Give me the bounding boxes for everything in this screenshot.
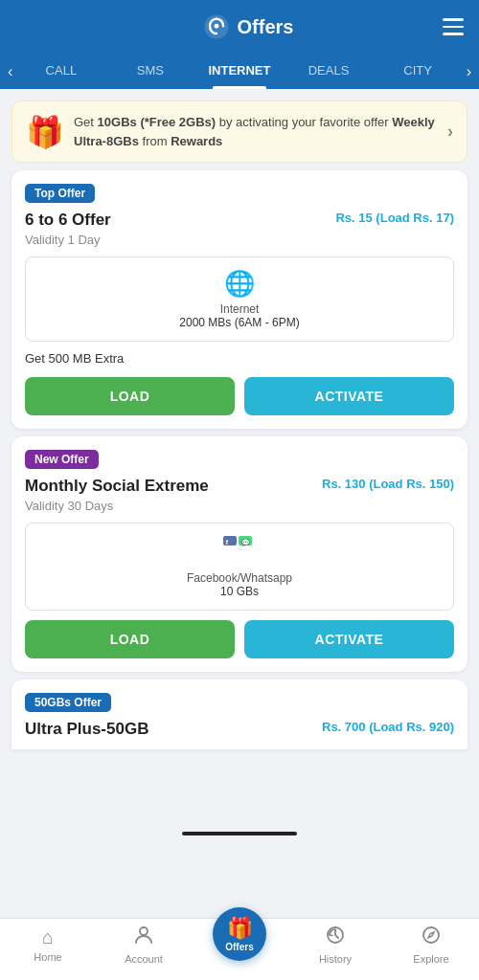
gift-icon: 🎁 — [26, 114, 64, 150]
offer-name-3: Ultra Plus-50GB — [25, 720, 148, 739]
svg-point-1 — [214, 24, 218, 29]
activate-button-1[interactable]: ACTIVATE — [244, 377, 454, 415]
app-title: Offers — [238, 16, 294, 38]
nav-tab-bar: ‹ CALL SMS INTERNET DEALS CITY › — [0, 54, 479, 89]
offer-price-1: Rs. 15 (Load Rs. 17) — [335, 211, 454, 225]
offer-header-row-2: Monthly Social Extreme Rs. 130 (Load Rs.… — [25, 477, 454, 496]
offer-data-label-2: Facebook/Whatsapp — [187, 571, 292, 585]
app-header: Offers — [0, 0, 479, 54]
offer-price-2: Rs. 130 (Load Rs. 150) — [322, 477, 454, 491]
home-indicator — [182, 832, 297, 835]
offer-card-2: New Offer Monthly Social Extreme Rs. 130… — [11, 436, 468, 672]
svg-text:💬: 💬 — [241, 538, 250, 546]
tab-internet[interactable]: INTERNET — [194, 54, 284, 89]
offer-card-1: Top Offer 6 to 6 Offer Rs. 15 (Load Rs. … — [11, 170, 468, 429]
banner-text: Get 10GBs (*Free 2GBs) by activating you… — [74, 113, 438, 150]
nav-left-arrow[interactable]: ‹ — [4, 63, 16, 80]
social-icon: f 💬 — [222, 535, 257, 568]
offer-name-1: 6 to 6 Offer — [25, 211, 111, 230]
offer-btn-row-2: LOAD ACTIVATE — [25, 620, 454, 658]
offer-badge-1: Top Offer — [25, 184, 95, 203]
internet-icon: 🌐 — [224, 269, 255, 299]
offer-header-row-1: 6 to 6 Offer Rs. 15 (Load Rs. 17) — [25, 211, 454, 230]
offer-data-value-2: 10 GBs — [220, 585, 259, 598]
offer-data-label-1: Internet — [220, 302, 260, 316]
svg-text:f: f — [226, 538, 229, 546]
tab-sms[interactable]: SMS — [105, 54, 194, 89]
load-button-1[interactable]: LOAD — [25, 377, 235, 415]
header-title-container: Offers — [203, 13, 294, 40]
offer-badge-2: New Offer — [25, 450, 99, 469]
nav-right-arrow[interactable]: › — [463, 63, 475, 80]
offer-validity-2: Validity 30 Days — [25, 499, 454, 513]
hamburger-menu-button[interactable] — [443, 18, 464, 35]
offer-validity-1: Validity 1 Day — [25, 233, 454, 247]
offer-price-3: Rs. 700 (Load Rs. 920) — [322, 720, 454, 734]
offer-name-2: Monthly Social Extreme — [25, 477, 209, 496]
offer-btn-row-1: LOAD ACTIVATE — [25, 377, 454, 415]
offer-card-3-partial: 50GBs Offer Ultra Plus-50GB Rs. 700 (Loa… — [11, 679, 468, 749]
telenor-logo-icon — [203, 13, 230, 40]
offer-badge-3: 50GBs Offer — [25, 693, 111, 712]
offer-header-row-3: Ultra Plus-50GB Rs. 700 (Load Rs. 920) — [25, 720, 454, 739]
tab-city[interactable]: CITY — [374, 54, 463, 89]
offer-data-box-2: f 💬 Facebook/Whatsapp 10 GBs — [25, 523, 454, 611]
load-button-2[interactable]: LOAD — [25, 620, 235, 658]
banner-chevron-icon[interactable]: › — [447, 122, 453, 142]
offer-extra-1: Get 500 MB Extra — [25, 351, 454, 366]
tab-call[interactable]: CALL — [16, 54, 105, 89]
tab-deals[interactable]: DEALS — [285, 54, 374, 89]
promo-banner[interactable]: 🎁 Get 10GBs (*Free 2GBs) by activating y… — [11, 100, 468, 163]
offer-data-value-1: 2000 MBs (6AM - 6PM) — [179, 316, 299, 329]
offer-data-box-1: 🌐 Internet 2000 MBs (6AM - 6PM) — [25, 256, 454, 342]
activate-button-2[interactable]: ACTIVATE — [244, 620, 454, 658]
